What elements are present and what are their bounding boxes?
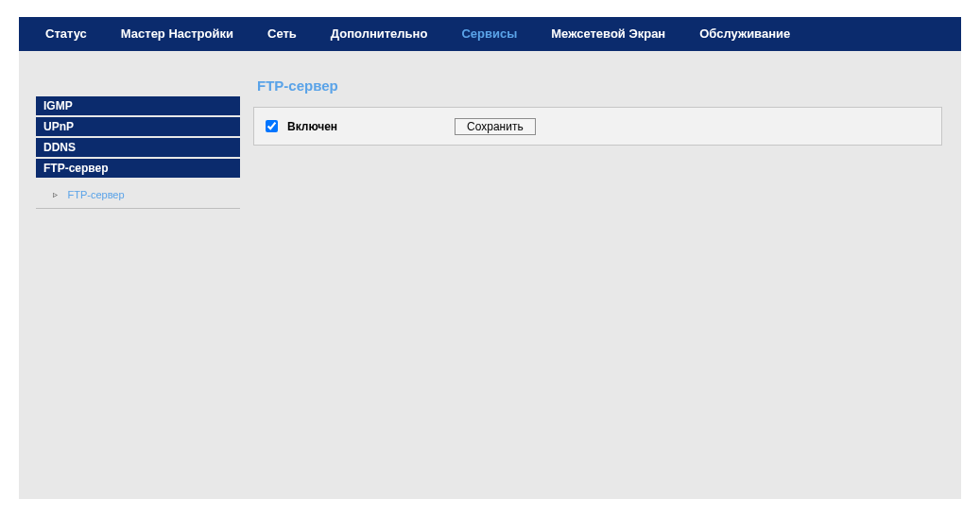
save-button[interactable]: Сохранить	[455, 118, 536, 135]
sidebar-link-ftp-server[interactable]: FTP-сервер	[67, 189, 124, 200]
nav-advanced[interactable]: Дополнительно	[314, 17, 445, 51]
settings-panel: Включен Сохранить	[253, 107, 942, 146]
enable-label: Включен	[287, 120, 337, 133]
sidebar-item-ftp-server[interactable]: FTP-сервер	[36, 159, 240, 178]
nav-setup-wizard[interactable]: Мастер Настройки	[104, 17, 250, 51]
nav-status[interactable]: Статус	[28, 17, 104, 51]
nav-firewall[interactable]: Межсетевой Экран	[534, 17, 682, 51]
sidebar-subitem-ftp-server: ▹ FTP-сервер	[36, 180, 240, 209]
top-nav: Статус Мастер Настройки Сеть Дополнитель…	[19, 17, 961, 51]
sidebar-item-upnp[interactable]: UPnP	[36, 117, 240, 136]
bullet-icon: ▹	[53, 189, 58, 199]
sidebar-item-ddns[interactable]: DDNS	[36, 138, 240, 157]
nav-network[interactable]: Сеть	[250, 17, 314, 51]
content-area: FTP-сервер Включен Сохранить	[244, 51, 961, 499]
sidebar-item-igmp[interactable]: IGMP	[36, 96, 240, 115]
nav-services[interactable]: Сервисы	[444, 17, 534, 51]
sidebar: IGMP UPnP DDNS FTP-сервер ▹ FTP-сервер	[19, 51, 244, 499]
enable-checkbox[interactable]	[266, 120, 278, 132]
nav-maintenance[interactable]: Обслуживание	[682, 17, 807, 51]
page-title: FTP-сервер	[253, 68, 942, 107]
app-frame: Статус Мастер Настройки Сеть Дополнитель…	[19, 17, 961, 499]
